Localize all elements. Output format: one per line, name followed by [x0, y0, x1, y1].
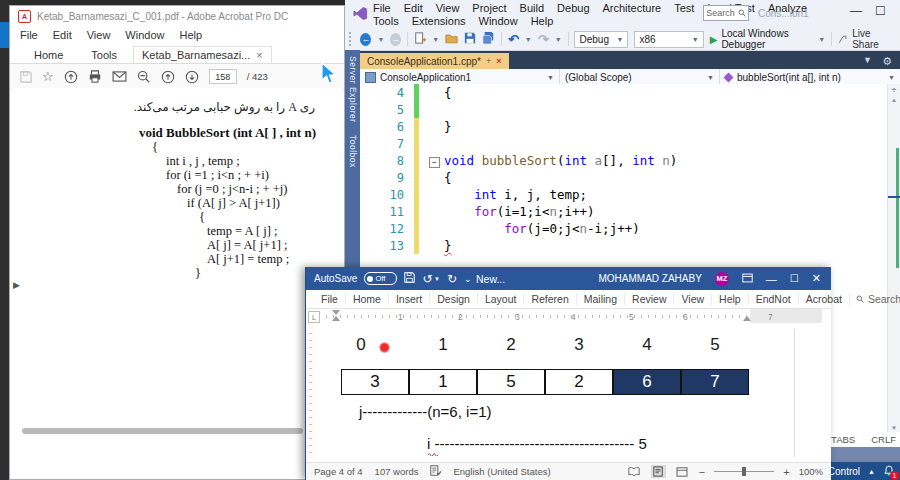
ribbon-tab-file[interactable]: File	[314, 293, 346, 305]
line-ending-indicator[interactable]: CRLF	[871, 434, 896, 445]
ribbon-tab-review[interactable]: Review	[625, 293, 674, 305]
array-cell[interactable]: 1	[409, 369, 477, 395]
acrobat-menu-window[interactable]: Window	[125, 29, 164, 41]
language-label[interactable]: English (United States)	[453, 466, 550, 477]
code-line[interactable]: 7	[360, 135, 888, 152]
array-cell[interactable]: 2	[545, 369, 613, 395]
redo-icon[interactable]: ↷	[538, 32, 549, 47]
project-dropdown[interactable]: ConsoleApplication1▼	[360, 69, 560, 85]
toolbar-grip[interactable]	[349, 32, 354, 46]
platform-dropdown[interactable]: x86▼	[634, 31, 703, 48]
right-indent-marker[interactable]	[743, 316, 751, 321]
ribbon-tab-acrobat[interactable]: Acrobat	[799, 293, 850, 305]
acrobat-tab-tools[interactable]: Tools	[79, 47, 129, 63]
acrobat-menu-file[interactable]: File	[20, 29, 38, 41]
ribbon-tab-referen[interactable]: Referen	[524, 293, 576, 305]
page-up-icon[interactable]	[161, 70, 175, 84]
save-all-icon[interactable]	[482, 32, 495, 46]
vs-menu-extensions[interactable]: Extensions	[412, 15, 466, 27]
vs-menu-file[interactable]: File	[373, 2, 391, 14]
undo-icon[interactable]: ↶	[508, 32, 519, 47]
print-icon[interactable]	[88, 70, 102, 83]
vs-menu-help[interactable]: Help	[531, 15, 554, 27]
zoom-slider[interactable]	[714, 471, 774, 472]
chevron-up-icon[interactable]: ▲	[868, 468, 875, 475]
vs-menu-edit[interactable]: Edit	[404, 2, 423, 14]
minimize-icon[interactable]: —	[850, 4, 862, 18]
run-debugger-button[interactable]: ▶ Local Windows Debugger ▼	[710, 28, 826, 50]
close-icon[interactable]: ×	[496, 56, 501, 66]
code-line[interactable]: 10 int i, j, temp;	[360, 186, 888, 203]
word-count-label[interactable]: 107 words	[375, 466, 419, 477]
share-upload-icon[interactable]	[64, 70, 78, 84]
open-folder-icon[interactable]	[445, 33, 458, 46]
ribbon-tab-endnot[interactable]: EndNot	[749, 293, 799, 305]
new-dropdown-icon[interactable]: ▼	[432, 36, 439, 43]
vs-menu-debug[interactable]: Debug	[557, 2, 589, 14]
read-mode-icon[interactable]	[627, 465, 642, 478]
web-layout-icon[interactable]	[675, 465, 690, 478]
scope-dropdown[interactable]: (Global Scope)▼	[560, 69, 720, 85]
undo-icon[interactable]: ↺ ▼	[422, 272, 440, 286]
autosave-toggle[interactable]: Off	[364, 272, 397, 285]
more-commands-icon[interactable]: ⌄	[464, 274, 472, 284]
zoom-in-button[interactable]: +	[783, 466, 789, 478]
vs-menu-architecture[interactable]: Architecture	[603, 2, 662, 14]
fold-collapse-icon[interactable]: −	[429, 157, 440, 168]
live-share-button[interactable]: Live Share	[838, 28, 900, 50]
zoom-out-button[interactable]: −	[699, 466, 705, 478]
zoom-slider-thumb[interactable]	[742, 467, 746, 476]
zoom-percentage[interactable]: 100%	[799, 466, 823, 477]
redo-dropdown-icon[interactable]: ▼	[555, 36, 562, 43]
code-line[interactable]: 5	[360, 101, 888, 118]
vs-menu-project[interactable]: Project	[472, 2, 506, 14]
side-tab-toolbox[interactable]: Toolbox	[348, 135, 358, 168]
vs-titlebar[interactable]: FileEditViewProjectBuildDebugArchitectur…	[345, 0, 900, 28]
undo-dropdown-icon[interactable]: ▼	[525, 36, 532, 43]
pdf-page[interactable]: ری A را به روش حبابی مرتب می‌کند. void B…	[11, 88, 343, 478]
ribbon-tab-layout[interactable]: Layout	[478, 293, 525, 305]
member-dropdown[interactable]: bubbleSort(int a[], int n)▼	[720, 69, 900, 85]
acrobat-titlebar[interactable]: A Ketab_Barnamesazi_C_001.pdf - Adobe Ac…	[10, 6, 344, 26]
nav-pane-expand-icon[interactable]: ▶	[13, 280, 20, 290]
save-icon[interactable]	[20, 71, 32, 83]
notifications-bell-icon[interactable]: 1	[883, 465, 896, 478]
save-icon[interactable]	[464, 32, 476, 46]
array-cell[interactable]: 3	[341, 369, 409, 395]
word-search-box[interactable]: Search	[856, 293, 900, 305]
acrobat-menu-view[interactable]: View	[87, 29, 111, 41]
back-dropdown-icon[interactable]: ▼	[377, 36, 384, 43]
gear-icon[interactable]: ⚙	[882, 55, 892, 68]
star-icon[interactable]: ☆	[42, 69, 54, 84]
solution-config-dropdown[interactable]: Debug▼	[574, 31, 628, 48]
code-line[interactable]: 11 for(i=1;i<n;i++)	[360, 203, 888, 220]
acrobat-horizontal-scrollbar[interactable]	[22, 428, 303, 434]
redo-icon[interactable]: ↻	[447, 272, 457, 286]
code-line[interactable]: 8−void bubbleSort(int a[], int n)	[360, 152, 888, 169]
side-tab-server-explorer[interactable]: Server Explorer	[348, 56, 358, 123]
scroll-down-icon[interactable]: ▼	[888, 425, 900, 431]
page-down-icon[interactable]	[185, 70, 199, 84]
page-count-label[interactable]: Page 4 of 4	[314, 466, 363, 477]
hanging-indent-marker[interactable]	[332, 316, 340, 321]
proofing-icon[interactable]	[430, 465, 441, 478]
navigate-forward-icon[interactable]: →	[390, 33, 401, 46]
code-line[interactable]: 4 {	[360, 84, 888, 101]
tab-selector[interactable]: L	[308, 311, 320, 323]
vs-menu-build[interactable]: Build	[520, 2, 544, 14]
acrobat-document-tab-close-icon[interactable]: ×	[256, 49, 262, 61]
acrobat-menu-help[interactable]: Help	[179, 29, 202, 41]
save-icon[interactable]	[404, 272, 415, 285]
print-layout-icon[interactable]	[651, 465, 666, 478]
ribbon-tab-home[interactable]: Home	[346, 293, 389, 305]
vs-menu-view[interactable]: View	[436, 2, 460, 14]
navigate-back-icon[interactable]: ←	[360, 33, 371, 46]
pin-icon[interactable]: +	[486, 56, 491, 66]
ribbon-tab-help[interactable]: Help	[712, 293, 749, 305]
tab-list-dropdown-icon[interactable]: ▼	[863, 55, 872, 65]
ribbon-tab-mailing[interactable]: Mailing	[577, 293, 625, 305]
new-project-icon[interactable]	[414, 32, 426, 46]
vs-editor-scrollbar[interactable]: ÷ ▲ ▼	[887, 84, 900, 432]
word-document-page[interactable]: 012345 315267 j-------------(n=6, i=1) i…	[315, 323, 831, 463]
acrobat-tab-home[interactable]: Home	[22, 47, 75, 63]
